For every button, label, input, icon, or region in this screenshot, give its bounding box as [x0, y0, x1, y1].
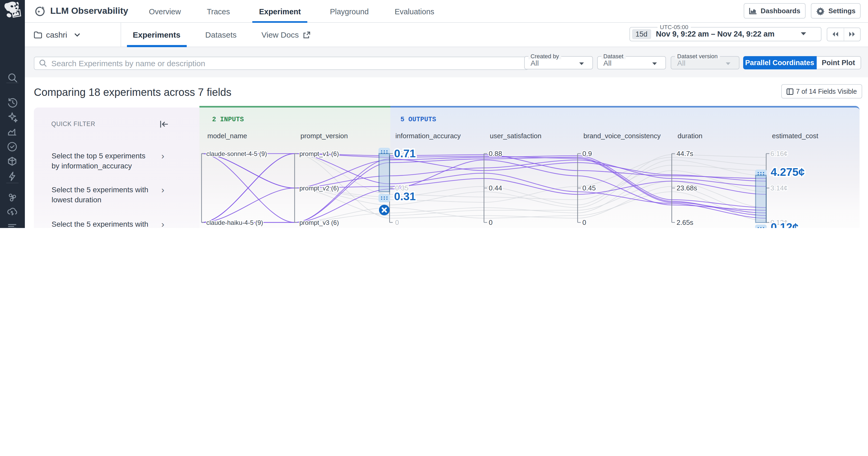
svg-text:3.14¢: 3.14¢: [770, 184, 787, 192]
svg-text:0.44: 0.44: [489, 184, 502, 192]
svg-text:6.16¢: 6.16¢: [770, 150, 787, 158]
svg-text:0.71: 0.71: [394, 147, 416, 160]
svg-text:44.7s: 44.7s: [677, 150, 693, 158]
svg-text:claude-haiku-4-5 (9): claude-haiku-4-5 (9): [206, 219, 263, 226]
svg-text:4.275¢: 4.275¢: [771, 166, 805, 178]
svg-text:0: 0: [395, 219, 399, 226]
svg-text:0.9: 0.9: [582, 150, 592, 158]
svg-text:information_accuracy: information_accuracy: [395, 132, 461, 140]
svg-text:prompt_v3 (6): prompt_v3 (6): [299, 219, 339, 226]
svg-text:2.65s: 2.65s: [677, 219, 693, 226]
svg-text:0.12¢: 0.12¢: [771, 221, 799, 228]
svg-text:claude-sonnet-4-5 (9): claude-sonnet-4-5 (9): [206, 150, 267, 157]
svg-text:0.45: 0.45: [582, 184, 596, 192]
svg-text:duration: duration: [678, 132, 703, 140]
svg-text:23.68s: 23.68s: [677, 184, 697, 192]
svg-text:prompt_version: prompt_version: [301, 132, 348, 140]
svg-text:model_name: model_name: [207, 132, 247, 140]
svg-text:0.31: 0.31: [394, 190, 416, 203]
svg-text:prompt_v2 (6): prompt_v2 (6): [299, 184, 339, 192]
svg-text:estimated_cost: estimated_cost: [772, 132, 818, 140]
svg-text:brand_voice_consistency: brand_voice_consistency: [583, 132, 661, 140]
svg-text:0: 0: [582, 219, 586, 226]
svg-text:user_satisfaction: user_satisfaction: [490, 132, 541, 140]
svg-text:prompt_v1 (6): prompt_v1 (6): [299, 150, 339, 157]
svg-text:0.88: 0.88: [489, 150, 502, 158]
svg-text:0: 0: [489, 219, 492, 226]
